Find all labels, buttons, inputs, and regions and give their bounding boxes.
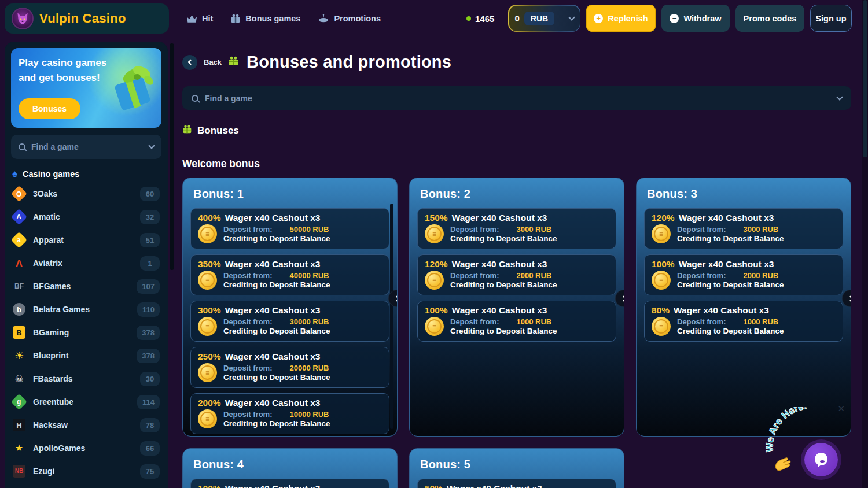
provider-name: Belatra Games: [33, 305, 90, 314]
bonus-tier[interactable]: 250% Wager x40 Cashout x3 ≡ Deposit from…: [190, 347, 389, 388]
nav-item-hit[interactable]: Hit: [186, 14, 213, 23]
balance-selector[interactable]: 0 RUB: [508, 5, 580, 32]
coin-icon: ≡: [652, 224, 671, 243]
deposit-from-label: Deposit from:: [223, 225, 273, 234]
nav-item-promotions[interactable]: Promotions: [318, 13, 381, 24]
bonuses-button[interactable]: Bonuses: [19, 98, 80, 119]
bonus-tier[interactable]: 120% Wager x40 Cashout x3 ≡ Deposit from…: [417, 254, 616, 295]
bonus-card-title: Bonus: 4: [193, 458, 389, 471]
gift-icon: [228, 56, 239, 69]
sidebar-provider-item[interactable]: b Belatra Games 110: [11, 298, 161, 321]
card-next-arrow-button[interactable]: [843, 290, 851, 306]
bonus-terms: Wager x40 Cashout x3: [225, 305, 321, 316]
bonus-tier[interactable]: 350% Wager x40 Cashout x3 ≡ Deposit from…: [190, 254, 389, 295]
coin-icon: ≡: [198, 271, 217, 290]
back-button[interactable]: [182, 55, 197, 70]
aviatrix-icon: Λ: [13, 257, 25, 269]
deposit-amount: 1000 RUB: [744, 317, 779, 326]
sidebar-provider-item[interactable]: a Apparat 51: [11, 228, 161, 252]
sidebar-provider-item[interactable]: ★ ApolloGames 66: [11, 437, 161, 460]
apparat-icon: a: [11, 232, 28, 249]
logo[interactable]: Vulpin Casino: [5, 3, 169, 34]
sidebar-provider-item[interactable]: Λ Aviatrix 1: [11, 252, 161, 275]
coin-icon: ≡: [425, 317, 444, 336]
page-scrollbar[interactable]: [862, 0, 868, 488]
bonus-tier[interactable]: 100% Wager x40 Cashout x3 ≡: [190, 479, 389, 488]
sidebar-search-input[interactable]: Find a game: [11, 135, 161, 159]
sidebar-provider-item[interactable]: ☠ FBastards 30: [11, 367, 161, 390]
coin-icon: ≡: [425, 271, 444, 290]
promo-banner[interactable]: Play casino games and get bonuses! Bonus…: [11, 48, 161, 128]
deposit-from-label: Deposit from:: [450, 317, 499, 326]
bgaming-icon: B: [13, 326, 25, 339]
promo-codes-button[interactable]: Promo codes: [735, 5, 804, 32]
game-search-input[interactable]: Find a game: [182, 86, 851, 110]
sign-up-button[interactable]: Sign up: [810, 5, 852, 32]
provider-name: Blueprint: [33, 351, 68, 360]
bonus-percent: 300%: [198, 305, 221, 316]
sidebar-provider-item[interactable]: ☀ Blueprint 378: [11, 344, 161, 367]
sidebar-provider-item[interactable]: BF BFGames 107: [11, 275, 161, 298]
bonus-tier[interactable]: 120% Wager x40 Cashout x3 ≡ Deposit from…: [644, 208, 843, 249]
bonus-card-title: Bonus: 1: [193, 187, 389, 201]
replenish-button[interactable]: + Replenish: [586, 5, 656, 32]
coin-icon: ≡: [652, 317, 671, 336]
hacksaw-icon: H: [13, 419, 25, 431]
provider-count-badge: 75: [140, 464, 160, 479]
crown-icon: [186, 14, 197, 23]
provider-name: Apparat: [33, 235, 64, 245]
tier-list: 100% Wager x40 Cashout x3 ≡: [190, 479, 389, 488]
bonus-tier[interactable]: 200% Wager x40 Cashout x3 ≡ Deposit from…: [190, 393, 389, 434]
bonus-terms: Wager x40 Cashout x3: [447, 483, 542, 488]
bonus-tier[interactable]: 80% Wager x40 Cashout x3 ≡ Deposit from:…: [644, 301, 843, 342]
card-next-arrow-button[interactable]: [616, 290, 624, 306]
bonus-card[interactable]: Bonus: 2 150% Wager x40 Cashout x3 ≡: [409, 178, 624, 437]
bonus-cards-row-1: Bonus: 1 400% Wager x40 Cashout x3 ≡: [182, 178, 851, 437]
sidebar-provider-item[interactable]: O 3Oaks 60: [11, 182, 161, 205]
bonus-card[interactable]: Bonus: 4 100% Wager x40 Cashout x3 ≡: [182, 448, 398, 488]
sidebar-provider-item[interactable]: B BGaming 378: [11, 321, 161, 344]
sidebar-scrollbar[interactable]: [170, 43, 174, 486]
tier-list: 150% Wager x40 Cashout x3 ≡ Deposit from…: [417, 208, 616, 342]
provider-count-badge: 66: [140, 441, 160, 456]
sidebar-provider-item[interactable]: NB Ezugi 75: [11, 460, 161, 483]
withdraw-button[interactable]: − Withdraw: [661, 5, 730, 32]
provider-count-badge: 110: [137, 302, 160, 317]
bonus-terms: Wager x40 Cashout x3: [225, 213, 321, 223]
bonus-tier[interactable]: 150% Wager x40 Cashout x3 ≡ Deposit from…: [417, 208, 616, 249]
bonus-tier[interactable]: 100% Wager x40 Cashout x3 ≡ Deposit from…: [644, 254, 843, 295]
page-scrollbar-thumb[interactable]: [863, 0, 867, 157]
bonus-tier[interactable]: 50% Wager x40 Cashout x3 ≡: [417, 479, 616, 488]
chevron-right-icon: [620, 295, 624, 301]
bonus-tier[interactable]: 400% Wager x40 Cashout x3 ≡ Deposit from…: [190, 208, 389, 249]
card-scrollbar[interactable]: [390, 204, 393, 429]
bonus-tier[interactable]: 100% Wager x40 Cashout x3 ≡ Deposit from…: [417, 301, 616, 342]
bonus-card[interactable]: Bonus: 1 400% Wager x40 Cashout x3 ≡: [182, 178, 398, 437]
tier-list: 50% Wager x40 Cashout x3 ≡: [417, 479, 616, 488]
chat-button[interactable]: [804, 443, 838, 476]
sidebar-provider-item[interactable]: g Greentube 114: [11, 390, 161, 413]
crediting-label: Crediting to Deposit Balance: [677, 234, 784, 243]
deposit-from-label: Deposit from:: [677, 317, 726, 326]
nav-item-bonus-games[interactable]: Bonus games: [230, 13, 300, 24]
back-label[interactable]: Back: [204, 58, 222, 66]
provider-count-badge: 60: [140, 187, 160, 201]
provider-name: Hacksaw: [33, 420, 68, 430]
bonus-card[interactable]: Bonus: 3 120% Wager x40 Cashout x3 ≡: [636, 178, 851, 437]
deposit-amount: 3000 RUB: [744, 225, 779, 234]
bonus-card[interactable]: Bonus: 5 50% Wager x40 Cashout x3 ≡: [409, 448, 624, 488]
gift-icon: [182, 124, 192, 136]
provider-count-badge: 107: [137, 279, 160, 294]
chevron-right-icon: [847, 295, 851, 301]
crediting-label: Crediting to Deposit Balance: [450, 280, 557, 289]
coin-icon: ≡: [652, 271, 671, 290]
sidebar-provider-item[interactable]: A Amatic 32: [11, 205, 161, 228]
deposit-amount: 30000 RUB: [290, 317, 329, 326]
sidebar-scrollbar-thumb[interactable]: [170, 43, 174, 270]
sidebar: Play casino games and get bonuses! Bonus…: [5, 42, 168, 488]
provider-count-badge: 378: [137, 326, 160, 340]
ezugi-icon: NB: [13, 465, 25, 478]
sidebar-provider-item[interactable]: H Hacksaw 78: [11, 413, 161, 437]
main-nav: Hit Bonus games Promotions: [186, 0, 381, 37]
bonus-tier[interactable]: 300% Wager x40 Cashout x3 ≡ Deposit from…: [190, 301, 389, 342]
